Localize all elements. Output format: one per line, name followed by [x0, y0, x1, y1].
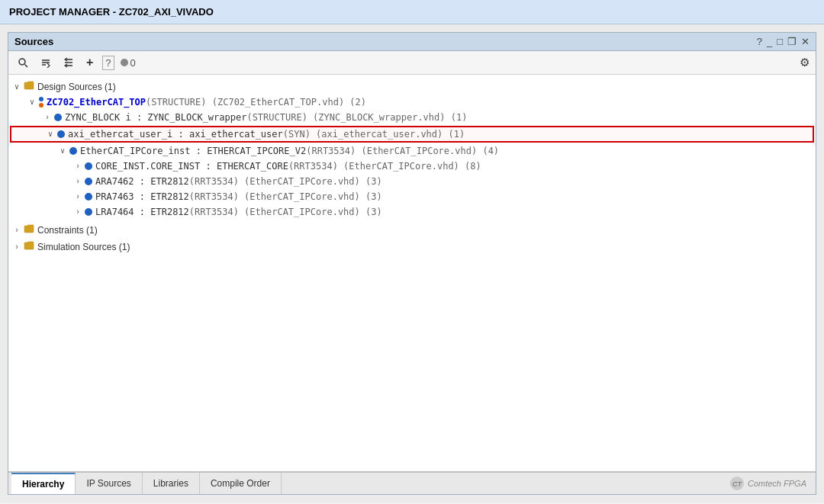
tab-ip-sources-label: IP Sources [86, 478, 130, 489]
core-inst-chevron[interactable]: › [76, 162, 85, 171]
ara7462-dot [85, 178, 92, 185]
constraints-row[interactable]: › Constraints (1) [8, 223, 816, 238]
ara7462-meta: (RRT3534) (EtherCAT_IPCore.vhd) (3) [189, 176, 382, 187]
tab-hierarchy[interactable]: Hierarchy [11, 473, 76, 494]
minimize-icon[interactable]: _ [767, 36, 772, 47]
watermark-text: Comtech FPGA [748, 479, 806, 488]
axi-ethercat-dot [57, 130, 65, 138]
pra7463-chevron[interactable]: › [76, 193, 85, 201]
zc702-top-row[interactable]: ∨ ZC702_EtherCAT_TOP(STRUCTURE) (ZC702_E… [8, 95, 816, 110]
axi-ethercat-text: axi_ethercat_user_i : axi_ethercat_user [68, 129, 283, 140]
svg-line-1 [25, 65, 28, 68]
simulation-chevron[interactable]: › [14, 243, 24, 252]
zync-block-dot [54, 114, 62, 121]
close-icon[interactable]: ✕ [801, 36, 810, 47]
zync-block-chevron[interactable]: › [45, 114, 54, 122]
expand-all-button[interactable] [60, 56, 77, 69]
core-inst-dot [85, 162, 92, 170]
ara7462-chevron[interactable]: › [76, 178, 85, 186]
separator: - [110, 6, 119, 18]
two-dot-icon [39, 97, 43, 108]
axi-ethercat-chevron[interactable]: ∨ [48, 130, 57, 139]
folder-icon [24, 81, 34, 93]
ethercat-ipcore-meta: (RRT3534) (EtherCAT_IPCore.vhd) (4) [306, 146, 499, 156]
bottom-tabs: Hierarchy IP Sources Libraries Compile O… [8, 471, 816, 494]
core-inst-text: CORE_INST.CORE_INST : ETHERCAT_CORE [95, 161, 288, 172]
svg-text:CT: CT [732, 480, 742, 488]
ethercat-ipcore-dot [69, 147, 77, 155]
svg-point-0 [19, 59, 25, 65]
pra7463-label: PRA7463 : ETR2812(RRT3534) (EtherCAT_IPC… [95, 191, 382, 202]
core-inst-row[interactable]: › CORE_INST.CORE_INST : ETHERCAT_CORE(RR… [8, 159, 816, 174]
lra7464-dot [85, 208, 92, 216]
tab-compile-order[interactable]: Compile Order [200, 473, 282, 494]
tab-libraries[interactable]: Libraries [143, 473, 200, 494]
tab-hierarchy-label: Hierarchy [22, 479, 64, 490]
axi-ethercat-meta: (SYN) (axi_ethercat_user.vhd) (1) [283, 129, 465, 140]
simulation-folder-icon [24, 241, 34, 253]
main-container: Sources ? _ □ ❐ ✕ [0, 24, 824, 502]
ethercat-ipcore-text: EtherCAT_IPCore_inst : ETHERCAT_IPCORE_V… [80, 146, 306, 156]
collapse-all-button[interactable] [37, 56, 54, 69]
watermark: CT Comtech FPGA [729, 473, 813, 494]
tab-compile-order-label: Compile Order [211, 478, 270, 489]
zc702-top-chevron[interactable]: ∨ [30, 98, 39, 107]
refresh-button[interactable]: ? [102, 56, 114, 70]
design-sources-chevron[interactable]: ∨ [14, 82, 24, 91]
pra7463-meta: (RRT3534) (EtherCAT_IPCore.vhd) (3) [189, 191, 382, 202]
tab-ip-sources[interactable]: IP Sources [76, 473, 142, 494]
zync-block-row[interactable]: › ZYNC_BLOCK i : ZYNC_BLOCK_wrapper(STRU… [8, 110, 816, 125]
constraints-folder-icon [24, 224, 34, 236]
simulation-sources-row[interactable]: › Simulation Sources (1) [8, 239, 816, 255]
ara7462-text: ARA7462 : ETR2812 [95, 176, 189, 187]
axi-ethercat-label: axi_ethercat_user_i : axi_ethercat_user(… [68, 129, 465, 140]
zc702-top-name: ZC702_EtherCAT_TOP [47, 97, 146, 108]
float-icon[interactable]: ❐ [787, 36, 797, 47]
top-bar: PROJECT MANAGER - ZC702_AXI_VIVADO [0, 0, 824, 24]
badge-count: 0 [130, 57, 136, 69]
lra7464-meta: (RRT3534) (EtherCAT_IPCore.vhd) (3) [189, 207, 382, 217]
constraints-chevron[interactable]: › [14, 226, 24, 235]
project-name: ZC702_AXI_VIVADO [119, 6, 214, 18]
search-button[interactable] [14, 56, 31, 69]
help-icon[interactable]: ? [757, 36, 762, 47]
add-sources-button[interactable]: + [83, 54, 96, 71]
pra7463-text: PRA7463 : ETR2812 [95, 191, 189, 202]
tree-content: ∨ Design Sources (1) ∨ ZC702_EtherCAT_TO… [8, 75, 816, 471]
toolbar: + ? 0 ⚙ [8, 51, 816, 75]
lra7464-chevron[interactable]: › [76, 208, 85, 217]
ethercat-ipcore-label: EtherCAT_IPCore_inst : ETHERCAT_IPCORE_V… [80, 146, 499, 156]
project-manager-label: PROJECT MANAGER [9, 6, 110, 18]
ethercat-ipcore-row[interactable]: ∨ EtherCAT_IPCore_inst : ETHERCAT_IPCORE… [8, 143, 816, 159]
axi-ethercat-row[interactable]: ∨ axi_ethercat_user_i : axi_ethercat_use… [10, 126, 814, 143]
ara7462-row[interactable]: › ARA7462 : ETR2812(RRT3534) (EtherCAT_I… [8, 174, 816, 189]
tab-libraries-label: Libraries [153, 478, 188, 489]
core-inst-meta: (RRT3534) (EtherCAT_IPCore.vhd) (8) [288, 161, 481, 172]
ethercat-ipcore-chevron[interactable]: ∨ [60, 146, 69, 156]
settings-button[interactable]: ⚙ [800, 56, 810, 69]
badge-dot [121, 59, 128, 66]
constraints-label: Constraints (1) [37, 225, 98, 236]
simulation-sources-label: Simulation Sources (1) [37, 242, 130, 252]
sources-panel: Sources ? _ □ ❐ ✕ [8, 32, 816, 495]
pra7463-dot [85, 193, 92, 201]
panel-title: Sources [14, 36, 53, 47]
design-sources-row[interactable]: ∨ Design Sources (1) [8, 79, 816, 95]
zync-block-text: ZYNC_BLOCK i : ZYNC_BLOCK_wrapper [65, 112, 246, 123]
lra7464-row[interactable]: › LRA7464 : ETR2812(RRT3534) (EtherCAT_I… [8, 204, 816, 220]
zc702-top-meta: (STRUCTURE) (ZC702_EtherCAT_TOP.vhd) (2) [146, 97, 366, 108]
zync-block-label: ZYNC_BLOCK i : ZYNC_BLOCK_wrapper(STRUCT… [65, 112, 467, 123]
maximize-icon[interactable]: □ [777, 36, 783, 47]
ara7462-label: ARA7462 : ETR2812(RRT3534) (EtherCAT_IPC… [95, 176, 382, 187]
design-sources-label: Design Sources (1) [37, 82, 116, 92]
lra7464-text: LRA7464 : ETR2812 [95, 207, 189, 217]
zc702-top-label: ZC702_EtherCAT_TOP(STRUCTURE) (ZC702_Eth… [47, 97, 366, 108]
lra7464-label: LRA7464 : ETR2812(RRT3534) (EtherCAT_IPC… [95, 207, 382, 217]
panel-title-icons: ? _ □ ❐ ✕ [757, 36, 810, 47]
badge-container: 0 [121, 57, 136, 69]
panel-title-bar: Sources ? _ □ ❐ ✕ [8, 33, 816, 51]
core-inst-label: CORE_INST.CORE_INST : ETHERCAT_CORE(RRT3… [95, 161, 481, 172]
pra7463-row[interactable]: › PRA7463 : ETR2812(RRT3534) (EtherCAT_I… [8, 189, 816, 204]
zync-block-meta: (STRUCTURE) (ZYNC_BLOCK_wrapper.vhd) (1) [246, 112, 467, 123]
